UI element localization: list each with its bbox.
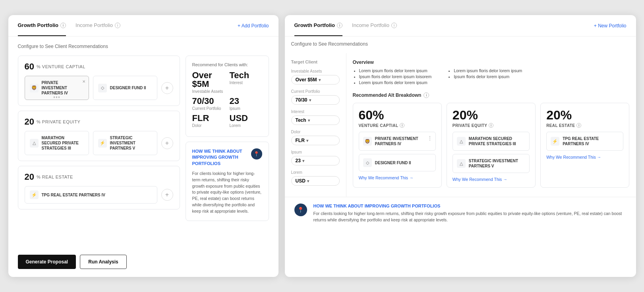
re-cat-info[interactable]: i [576,123,581,128]
tab-income-info-left[interactable]: i [115,23,120,28]
bd-pe-cat: PRIVATE EQUITY i [453,123,530,128]
left-panel-body: Configure to See Client Recommendations … [8,36,278,228]
breakdown-re: 20% REAL ESTATE i ⚡ TPG REAL ESTATE PART… [540,103,629,188]
bd-pip4-icon: 🦁 [363,137,372,146]
tab-growth-portfolio-left[interactable]: Growth Portfolio i [18,15,66,36]
bd-venture-cat: VENTURE CAPTIAL i [359,123,436,128]
allocation-venture-header: 60 % Venture Captial [25,61,173,72]
fund-card-tpg[interactable]: ⚡ TPG REAL ESTATE PARTNERS IV [25,186,157,204]
article-link-text-left[interactable]: How We Think About Improving Growth Port… [192,148,248,167]
dolor-chevron: ▾ [306,138,308,143]
right-subtitle: Configure to See Recommendations [285,36,636,47]
investable-dropdown[interactable]: Over $5M ▾ [291,75,340,85]
field-lorem: Lorem USD ▾ [291,170,340,186]
overview-item-2: Ipsum floris delor lorem ipsum loisorem [359,74,432,79]
rec-stat-assets: Over $5M Investable Assets [192,71,225,94]
re-fund-cards: ⚡ TPG REAL ESTATE PARTNERS IV + [25,186,173,204]
tab-growth-info-right[interactable]: i [337,23,342,28]
lorem-label: Lorem [291,170,340,175]
right-panel: Growth Portfolio i Income Portfolio i + … [285,15,636,277]
fund-card-designer[interactable]: ◇ DESIGNER FUND II [93,76,157,100]
fund-card-marathon[interactable]: △ MARATHON SECURED PRIVATE STRATEGIES II… [25,131,89,155]
add-portfolio-left[interactable]: + Add Portfolio [238,23,269,29]
allocations-container: 60 % Venture Captial 🦁 PRIVATE INVESTMEN… [18,56,180,221]
interest-dropdown[interactable]: Tech ▾ [291,115,340,125]
rec-stat-ipsum: 23 Ipsum [230,97,262,111]
bd-re-pct: 20% [546,109,623,121]
bd-fund-marathon[interactable]: △ MARATHON SECURED PRIVATE STRATEGIES II… [453,132,530,151]
bd-fund-tpg[interactable]: ⚡ TPG REAL ESTATE PARTNERS IV [546,132,623,151]
article-title-right[interactable]: How We Think About Improving Growth Port… [313,204,627,208]
venture-fund-cards: 🦁 PRIVATE INVESTMENT PARTNERS IV ✕ ◇ DES… [25,76,173,100]
overview-item-3: Lorem ipsum floris delor lorem ipsum [359,80,432,85]
allocation-re: 20 % Real Estate ⚡ TPG REAL ESTATE PARTN… [18,166,180,209]
pe-add-fund[interactable]: + [161,137,173,149]
lorem-chevron: ▾ [307,179,309,183]
pe-pct: 20 [25,117,34,127]
rec-assets-label: Investable Assets [192,89,225,94]
re-pct: 20 [25,172,34,182]
portfolio-dropdown[interactable]: 70/30 ▾ [291,95,340,105]
tab-growth-info-left[interactable]: i [60,23,66,28]
lorem-dropdown[interactable]: USD ▾ [291,176,340,186]
tab-income-portfolio-left[interactable]: Income Portfolio i [75,15,120,36]
venture-add-fund[interactable]: + [161,82,173,94]
re-add-fund[interactable]: + [161,189,173,201]
pip4-name: PRIVATE INVESTMENT PARTNERS IV [42,80,84,96]
bd-venture-pct: 60% [359,109,436,121]
tab-growth-portfolio-right[interactable]: Growth Portfolio i [294,15,343,36]
rec-assets-value: Over $5M [192,71,225,88]
fund-card-strategic[interactable]: ⚡ STRATEGIC INVESTMENT PARTNERS V [93,131,157,155]
breakdown-title: Recommended Alt Breakdown [353,92,422,98]
generate-proposal-button[interactable]: Generate Proposal [18,255,76,269]
article-body-right: For clients looking for higher long-term… [313,211,627,223]
bd-fund-designer[interactable]: ◇ DESIGNER FUND II [359,154,436,171]
rec-stat-dolor: FLR Dolor [192,114,225,128]
breakdown-info-icon[interactable]: i [424,92,429,98]
pip4-remove[interactable]: ✕ [82,79,85,84]
overview-col2: Lorem ipsum floris delor lorem ipsum Ips… [447,68,522,86]
dolor-dropdown[interactable]: FLR ▾ [291,136,340,145]
allocation-re-header: 20 % Real Estate [25,172,173,182]
dolor-value: FLR [296,138,305,143]
allocation-pe: 20 % Private Equity △ MARATHON SECURED P… [18,111,180,161]
rec-dolor-value: FLR [192,114,225,123]
pe-cat-info[interactable]: i [489,123,493,128]
overview-title: Overview [353,60,630,65]
run-analysis-button[interactable]: Run Analysis [80,255,127,269]
bd-pip4-menu[interactable]: ⋮ [427,135,432,141]
rec-stat-interest: Tech Interest [230,71,262,94]
rec-ipsum-label: Ipsum [230,106,262,111]
add-portfolio-right[interactable]: + New Portfolio [594,23,627,29]
rec-interest-label: Interest [230,81,262,85]
bd-re-cat: REAL ESTATE i [546,123,623,128]
bd-fund-pip4[interactable]: 🦁 PRIVATE INVESTMENT PARTNERS IV ⋮ [359,132,436,151]
why-venture[interactable]: Why We Recommend This → [359,175,436,180]
rec-lorem-label: Lorem [230,123,262,128]
fund-card-pip4[interactable]: 🦁 PRIVATE INVESTMENT PARTNERS IV ✕ [25,76,89,100]
interest-label: Interest [291,110,340,114]
tab-income-info-right[interactable]: i [391,23,397,28]
article-text-right: How We Think About Improving Growth Port… [313,204,627,223]
why-pe[interactable]: Why We Recommend This → [453,177,530,182]
article-avatar-right: 📍 [294,204,307,216]
tpg-name: TPG REAL ESTATE PARTNERS IV [42,192,105,198]
tpg-icon: ⚡ [30,190,39,199]
interest-value: Tech [296,117,306,123]
field-portfolio: Current Portfolio 70/30 ▾ [291,89,340,105]
ipsum-dropdown[interactable]: 23 ▾ [291,156,340,165]
bd-fund-strategic[interactable]: △ STRATEGIC INVESTMENT PARTNERS V [453,154,530,173]
field-investable: Investable Assets Over $5M ▾ [291,69,340,85]
why-re[interactable]: Why We Recommend This → [546,155,623,159]
right-cards-left: Recommend for Clients with: Over $5M Inv… [186,56,269,221]
field-dolor: Dolor FLR ▾ [291,130,340,145]
overview-col1: Lorem ipsum floris delor lorem ipsum Ips… [353,68,432,86]
rec-lorem-value: USD [230,114,262,123]
venture-cat-info[interactable]: i [400,123,404,128]
target-client-label: Target Client [291,60,340,64]
tab-income-portfolio-right[interactable]: Income Portfolio i [352,15,397,36]
marathon-name: MARATHON SECURED PRIVATE STRATEGIES III [42,135,84,151]
ipsum-label: Ipsum [291,150,340,154]
allocation-pe-header: 20 % Private Equity [25,117,173,127]
rec-ipsum-value: 23 [230,97,262,106]
